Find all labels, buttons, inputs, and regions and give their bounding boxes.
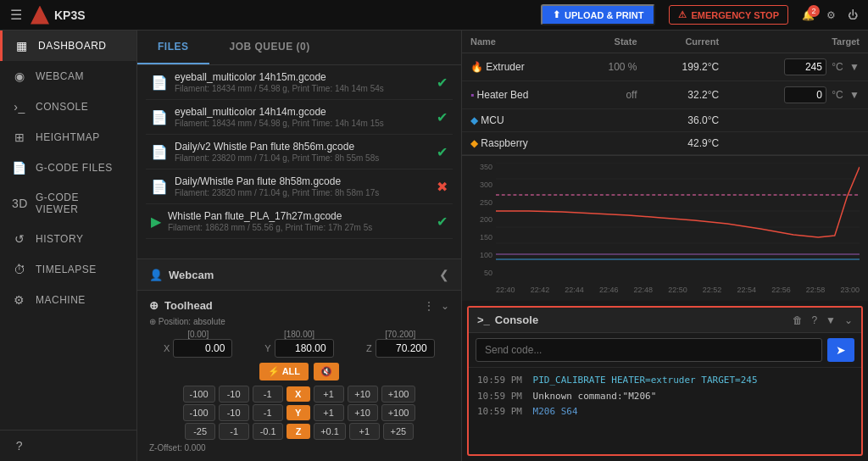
file-name: Daily/Whistle Pan flute 8h58m.gcode (175, 175, 430, 187)
console-header: >_ Console 🗑 ? ▼ ⌄ (469, 308, 861, 333)
sidebar-label-console: CONSOLE (36, 101, 88, 113)
list-item[interactable]: ▶ Whistle Pan flute_PLA_17h27m.gcode Fil… (146, 204, 453, 239)
z-value[interactable]: 70.200 (376, 339, 435, 358)
settings-icon[interactable]: ⚙ (826, 9, 836, 21)
emergency-icon: ⚠ (678, 9, 687, 20)
y-target: [180.00] (284, 330, 314, 339)
table-row: ◆ MCU 36.0°C (462, 109, 868, 132)
sidebar-item-webcam[interactable]: ◉ WEBCAM (0, 61, 136, 92)
topbar-right: ⬆ UPLOAD & PRINT ⚠ EMERGENCY STOP 🔔 2 ⚙ … (541, 4, 858, 25)
sidebar-item-history[interactable]: ↺ HISTORY (0, 224, 136, 254)
notifications-button[interactable]: 🔔 2 (802, 9, 815, 21)
help-icon[interactable]: ? (811, 314, 817, 326)
log-text: PID_CALIBRATE HEATER=extruder TARGET=245 (533, 375, 758, 386)
sidebar-item-console[interactable]: ›_ CONSOLE (0, 92, 136, 122)
jog-z-minus1[interactable]: -1 (219, 423, 249, 440)
list-item[interactable]: 📄 Daily/v2 Whistle Pan flute 8h56m.gcode… (146, 135, 453, 169)
jog-y-minus10[interactable]: -10 (219, 404, 249, 421)
log-entry: 10:59 PM M206 S64 (477, 404, 853, 420)
sidebar-label-dashboard: DASHBOARD (38, 40, 107, 52)
jog-z-plus01[interactable]: +0.1 (314, 423, 346, 440)
temperature-chart: 350 300 250 200 150 100 50 (462, 155, 868, 301)
z-group: [70.200] Z 70.200 (352, 330, 449, 358)
toolhead-controls: ⋮ ⌄ (424, 300, 449, 312)
tab-job-queue[interactable]: JOB QUEUE (0) (209, 31, 331, 64)
webcam-title: 👤 Webcam (149, 269, 214, 281)
hamburger-icon[interactable]: ☰ (10, 7, 22, 23)
extruder-dropdown-icon[interactable]: ▼ (849, 61, 860, 73)
dashboard-icon: ▦ (14, 39, 30, 53)
sidebar-item-heightmap[interactable]: ⊞ HEIGHTMAP (0, 122, 136, 153)
mcu-current: 36.0°C (646, 109, 728, 132)
filter-icon[interactable]: ▼ (826, 314, 836, 326)
crosshair-icon: ⊕ (149, 299, 159, 312)
motors-off-button[interactable]: 🔇 (314, 363, 339, 380)
z-axis-label: Z (287, 424, 310, 439)
x-value[interactable]: 0.00 (173, 339, 232, 358)
all-motors-button[interactable]: ⚡ ALL (259, 363, 309, 380)
jog-x-minus10[interactable]: -10 (219, 386, 249, 403)
jog-z-plus25[interactable]: +25 (383, 423, 414, 440)
jog-z-plus1[interactable]: +1 (349, 423, 380, 440)
y-value[interactable]: 180.00 (275, 339, 334, 358)
sidebar-item-gcode-files[interactable]: 📄 G-CODE FILES (0, 153, 136, 183)
file-icon: 📄 (151, 144, 168, 160)
jog-y-minus1[interactable]: -1 (253, 404, 283, 421)
jog-x-plus100[interactable]: +100 (381, 386, 416, 403)
trash-icon[interactable]: 🗑 (793, 314, 803, 326)
jog-x-plus10[interactable]: +10 (348, 386, 378, 403)
log-entry: 10:59 PM Unknown command:"M206" (477, 389, 853, 405)
raspberry-icon: ◆ (470, 137, 478, 149)
sidebar-item-dashboard[interactable]: ▦ DASHBOARD (0, 31, 136, 61)
topbar: ☰ KP3S ⬆ UPLOAD & PRINT ⚠ EMERGENCY STOP… (0, 0, 868, 31)
log-time: 10:59 PM (477, 406, 522, 417)
jog-y-plus1[interactable]: +1 (314, 404, 344, 421)
chart-y-labels: 350 300 250 200 150 100 50 (470, 163, 496, 277)
sidebar-item-machine[interactable]: ⚙ MACHINE (0, 285, 136, 315)
all-icon: ⚡ (268, 366, 280, 376)
list-item[interactable]: 📄 eyeball_multicolor 14h14m.gcode Filame… (146, 100, 453, 135)
upload-icon: ⬆ (553, 9, 560, 20)
emergency-stop-button[interactable]: ⚠ EMERGENCY STOP (669, 5, 788, 25)
extruder-state: 100 % (576, 53, 645, 81)
jog-x-minus100[interactable]: -100 (183, 386, 215, 403)
jog-y-minus100[interactable]: -100 (183, 404, 215, 421)
jog-z-minus01[interactable]: -0.1 (253, 423, 283, 440)
position-label: ⊕ Position: absolute (149, 317, 449, 326)
sidebar-item-gcode-viewer[interactable]: 3D G-CODE VIEWER (0, 183, 136, 224)
collapse-icon[interactable]: ⌄ (844, 314, 853, 326)
jog-y-plus10[interactable]: +10 (348, 404, 378, 421)
extruder-target-input[interactable] (784, 58, 826, 75)
heater-bed-current: 32.2°C (646, 81, 728, 109)
file-info: Daily/Whistle Pan flute 8h58m.gcode Fila… (175, 175, 430, 197)
webcam-collapse-button[interactable]: ❮ (439, 268, 449, 281)
list-item[interactable]: 📄 Daily/Whistle Pan flute 8h58m.gcode Fi… (146, 169, 453, 204)
file-meta: Filament: 23820 mm / 71.04 g, Print Time… (175, 153, 430, 163)
topbar-icons: 🔔 2 ⚙ ⏻ (802, 9, 858, 21)
jog-x-minus1[interactable]: -1 (253, 386, 283, 403)
table-row: ◆ Raspberry 42.9°C (462, 132, 868, 155)
console-input[interactable] (476, 338, 822, 362)
chart-area: 350 300 250 200 150 100 50 (470, 163, 860, 294)
jog-z-minus25[interactable]: -25 (185, 423, 215, 440)
power-icon[interactable]: ⏻ (848, 9, 858, 21)
col-target: Target (727, 31, 868, 53)
logo-text: KP3S (54, 8, 86, 22)
sidebar-item-help[interactable]: ? (0, 430, 136, 461)
expand-icon[interactable]: ⌄ (441, 300, 449, 312)
logo: KP3S (31, 6, 86, 25)
more-icon[interactable]: ⋮ (424, 300, 434, 312)
sidebar-item-timelapse[interactable]: ⏱ TIMELAPSE (0, 254, 136, 285)
list-item[interactable]: 📄 eyeball_multicolor 14h15m.gcode Filame… (146, 65, 453, 100)
gcode-viewer-icon: 3D (12, 197, 27, 210)
heater-bed-dropdown-icon[interactable]: ▼ (849, 89, 860, 101)
heater-bed-target-input[interactable] (784, 86, 826, 103)
jog-y-plus100[interactable]: +100 (381, 404, 416, 421)
file-icon: ▶ (151, 214, 161, 230)
jog-z-row: -25 -1 -0.1 Z +0.1 +1 +25 (149, 423, 449, 440)
jog-x-plus1[interactable]: +1 (314, 386, 344, 403)
upload-print-button[interactable]: ⬆ UPLOAD & PRINT (541, 4, 656, 25)
send-button[interactable]: ➤ (827, 338, 854, 362)
tab-files[interactable]: FILES (137, 31, 209, 64)
position-icon: ⊕ (149, 317, 156, 326)
